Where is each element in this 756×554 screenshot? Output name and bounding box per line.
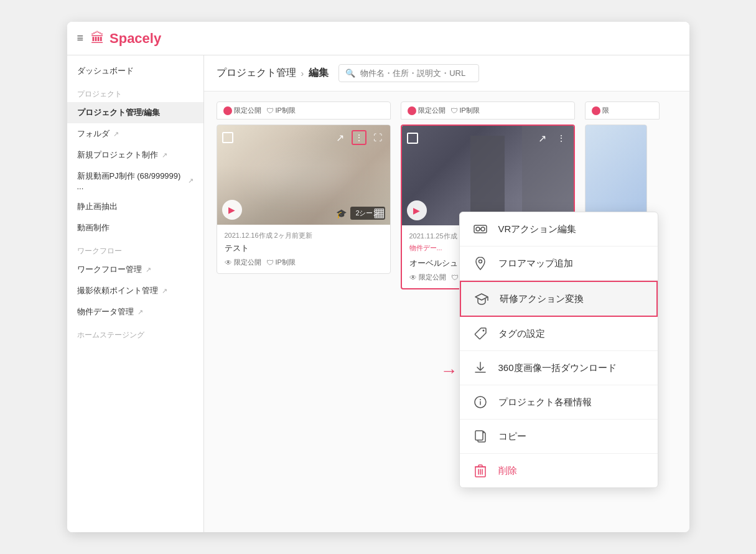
- share-btn-1[interactable]: ↗: [333, 130, 348, 145]
- share-btn-2[interactable]: ↗: [535, 131, 550, 146]
- copy-icon: [472, 428, 488, 444]
- sidebar-label-new-project: 新規プロジェクト制作: [77, 149, 158, 161]
- sidebar-label-folder: フォルダ: [77, 128, 110, 139]
- workflow-ext-icon: ↗: [146, 266, 151, 274]
- menu-item-360-download[interactable]: 360度画像一括ダウンロード: [460, 351, 658, 385]
- menu-item-delete[interactable]: 削除: [460, 454, 658, 487]
- card-status-bar-3: 限: [585, 101, 660, 120]
- status-dot-1: [223, 106, 232, 115]
- expand-btn-1[interactable]: ⛶: [370, 130, 385, 145]
- menu-label-tag-setting: タグの設定: [498, 328, 545, 340]
- delete-icon: [472, 462, 488, 479]
- sidebar-item-folder[interactable]: フォルダ ↗: [67, 123, 203, 144]
- sidebar-section-workflow: ワークフロー: [67, 238, 203, 259]
- location-icon: [472, 255, 488, 271]
- svg-point-1: [476, 227, 480, 231]
- tag-icon: [472, 326, 488, 342]
- menu-item-tag-setting[interactable]: タグの設定: [460, 317, 658, 351]
- card-overlay-top-1: ↗ ⋮ ⛶: [217, 125, 390, 150]
- sidebar-item-shoot-request[interactable]: 撮影依頼ポイント管理 ↗: [67, 280, 203, 301]
- sidebar-item-workflow-manage[interactable]: ワークフロー管理 ↗: [67, 259, 203, 280]
- card-thumbnail-1: ↗ ⋮ ⛶ ▶ 🎓 2シーン: [217, 125, 390, 225]
- card-thumbnail-3: [586, 125, 647, 225]
- eye-icon-2: 👁: [409, 273, 417, 282]
- card-checkbox-1[interactable]: [222, 132, 233, 143]
- sidebar-label-new-video-pj: 新規動画PJ制作 (68/999999) ...: [77, 171, 184, 191]
- shield-icon-1: 🛡: [266, 258, 274, 267]
- card-checkbox-2[interactable]: [407, 133, 418, 144]
- sidebar-label-shoot-request: 撮影依頼ポイント管理: [77, 285, 158, 296]
- menu-label-vr-action: VRアクション編集: [498, 223, 577, 235]
- folder-ext-icon: ↗: [113, 130, 119, 138]
- sidebar-label-still-extract: 静止画抽出: [77, 201, 118, 212]
- status-dot-2: [408, 106, 416, 115]
- play-btn-1[interactable]: ▶: [222, 200, 242, 220]
- sidebar-label-video-create: 動画制作: [77, 222, 110, 233]
- menu-label-training-action: 研修アクション変換: [500, 293, 584, 305]
- project-card-3: [585, 124, 647, 225]
- status-label-limited-3: 限: [602, 106, 609, 115]
- shoot-ext-icon: ↗: [162, 287, 167, 295]
- status-badge-limited-3: 限: [592, 106, 609, 115]
- card-info-1: 2021.12.16作成 2ヶ月前更新 テスト 👁 限定公開 🛡 IP制限: [217, 225, 390, 273]
- sidebar-label-workflow-manage: ワークフロー管理: [77, 264, 142, 275]
- badge-limited-1: 👁 限定公開: [225, 258, 261, 267]
- download-icon: [472, 360, 488, 376]
- sidebar: ダッシュボード プロジェクト プロジェクト管理/編集 フォルダ ↗ 新規プロジェ…: [67, 55, 204, 532]
- menu-item-vr-action[interactable]: VRアクション編集: [460, 212, 658, 246]
- menu-item-floor-map[interactable]: フロアマップ追加: [460, 246, 658, 281]
- card-status-bar-1: 限定公開 🛡 IP制限: [217, 101, 391, 120]
- main-content: プロジェクト管理 › 編集 🔍 限定公開: [204, 55, 689, 532]
- sidebar-item-video-create[interactable]: 動画制作: [67, 217, 203, 238]
- breadcrumb-parent: プロジェクト管理: [217, 67, 296, 80]
- new-project-ext-icon: ↗: [162, 151, 167, 159]
- sidebar-item-still-extract[interactable]: 静止画抽出: [67, 196, 203, 217]
- more-menu-btn-2[interactable]: ⋮: [554, 131, 569, 146]
- school-icon-1: 🎓: [336, 209, 347, 218]
- menu-item-project-info[interactable]: プロジェクト各種情報: [460, 385, 658, 420]
- menu-label-360-download: 360度画像一括ダウンロード: [498, 362, 617, 374]
- svg-point-6: [482, 330, 484, 332]
- badge-ip-label-1: IP制限: [276, 258, 296, 267]
- cards-status-row: 限定公開 🛡 IP制限 限定公開 🛡: [217, 101, 677, 120]
- menu-label-copy: コピー: [498, 431, 526, 443]
- header: ≡ 🏛 Spacely: [67, 22, 689, 55]
- status-badge-ip-2: 🛡 IP制限: [450, 106, 480, 115]
- sidebar-label-dashboard: ダッシュボード: [77, 65, 134, 77]
- menu-label-delete: 削除: [498, 465, 517, 477]
- more-menu-btn-1[interactable]: ⋮: [352, 130, 366, 145]
- breadcrumb-current: 編集: [309, 67, 329, 80]
- sidebar-item-project-manage[interactable]: プロジェクト管理/編集: [67, 102, 203, 123]
- status-badge-limited-2: 限定公開: [408, 106, 446, 115]
- sidebar-label-property-data: 物件データ管理: [77, 306, 134, 317]
- play-btn-2[interactable]: ▶: [407, 200, 427, 220]
- context-menu: VRアクション編集 フロアマップ追加: [459, 212, 658, 488]
- sidebar-item-new-video-pj[interactable]: 新規動画PJ制作 (68/999999) ... ↗: [67, 166, 203, 196]
- search-icon: 🔍: [345, 68, 355, 78]
- menu-label-floor-map: フロアマップ追加: [498, 258, 573, 270]
- search-input[interactable]: [360, 68, 472, 78]
- cards-area: 限定公開 🛡 IP制限 限定公開 🛡: [204, 92, 689, 532]
- status-label-ip-1: IP制限: [276, 106, 296, 115]
- menu-item-training-action[interactable]: 研修アクション変換: [460, 281, 658, 317]
- card-status-bar-2: 限定公開 🛡 IP制限: [401, 101, 575, 120]
- search-box[interactable]: 🔍: [338, 64, 479, 82]
- info-icon: [472, 394, 488, 410]
- new-video-ext-icon: ↗: [188, 177, 194, 185]
- status-badge-limited-1: 限定公開: [223, 106, 261, 115]
- breadcrumb: プロジェクト管理 › 編集: [217, 67, 329, 80]
- hamburger-menu[interactable]: ≡: [77, 32, 84, 45]
- menu-item-copy[interactable]: コピー: [460, 420, 658, 454]
- badge-limited-label-1: 限定公開: [234, 258, 261, 267]
- card-thumbnail-2: ↗ ⋮ ▶: [402, 126, 574, 225]
- menu-label-project-info: プロジェクト各種情報: [498, 397, 592, 408]
- sidebar-item-property-data[interactable]: 物件データ管理 ↗: [67, 301, 203, 322]
- body: ダッシュボード プロジェクト プロジェクト管理/編集 フォルダ ↗ 新規プロジェ…: [67, 55, 689, 532]
- svg-point-2: [481, 227, 485, 231]
- logo-area: 🏛 Spacely: [91, 31, 161, 47]
- sidebar-item-dashboard[interactable]: ダッシュボード: [67, 60, 203, 82]
- sidebar-item-new-project[interactable]: 新規プロジェクト制作 ↗: [67, 144, 203, 166]
- school-icon-menu: [474, 291, 490, 307]
- logo-text: Spacely: [110, 31, 161, 47]
- cards-row: ↗ ⋮ ⛶ ▶ 🎓 2シーン: [217, 124, 677, 289]
